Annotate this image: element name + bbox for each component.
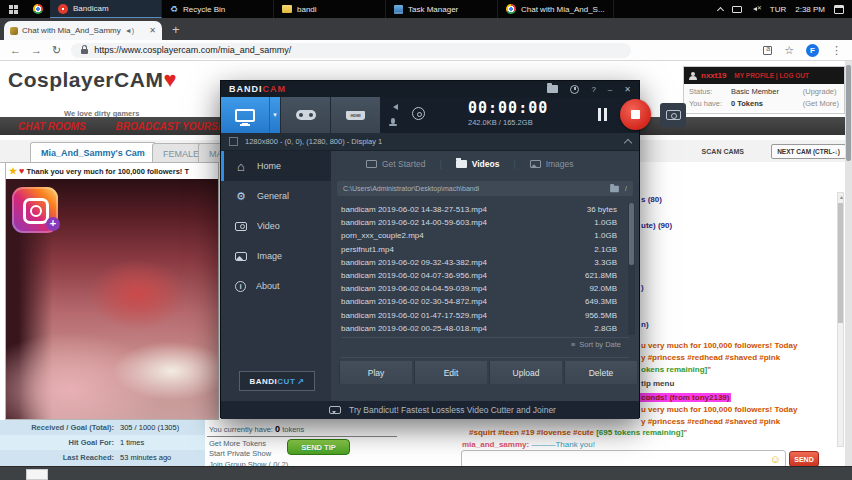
file-row[interactable]: bandicam 2019-06-02 09-32-43-382.mp43.3G… <box>331 256 627 269</box>
game-recording-mode-button[interactable] <box>280 97 330 133</box>
nav-item[interactable]: BROADCAST YOURSELF <box>116 121 237 132</box>
tray-expand-icon[interactable] <box>717 6 724 13</box>
bandicut-button[interactable]: BANDICUT↗ <box>239 371 315 391</box>
pause-button[interactable] <box>598 108 608 121</box>
tab-close-icon[interactable]: ✕ <box>149 26 156 35</box>
username[interactable]: nxxt19 <box>701 71 726 80</box>
file-row[interactable]: bandicam 2019-06-02 01-47-17-529.mp4956.… <box>331 309 627 322</box>
sidebar-item[interactable]: About <box>221 271 331 301</box>
page-scrollbar-thumb[interactable] <box>846 65 851 161</box>
mode-dropdown-button[interactable]: ▼ <box>269 97 280 133</box>
sidebar-item[interactable]: Home <box>221 151 331 181</box>
output-path-bar[interactable]: C:\Users\Administrator\Desktop\mach\band… <box>337 181 633 196</box>
file-row[interactable]: bandicam 2019-06-02 14-38-27-513.mp436 b… <box>331 203 627 216</box>
help-icon[interactable]: ? <box>591 85 595 94</box>
action-button[interactable]: Play <box>339 361 412 384</box>
cam-video[interactable]: + <box>6 179 218 419</box>
file-row[interactable]: bandicam 2019-06-02 00-25-48-018.mp42.8G… <box>331 322 627 335</box>
microphone-icon[interactable] <box>391 118 395 124</box>
sidebar-item[interactable]: General <box>221 181 331 211</box>
upgrade-link[interactable]: (Upgrade) <box>803 87 839 96</box>
taskbar-item[interactable]: Bandicam <box>50 0 162 18</box>
browser-tab[interactable]: Chat with Mia_And_Sammy ◄) ✕ <box>4 21 162 40</box>
translate-icon[interactable] <box>763 46 772 55</box>
collapse-chevron-icon[interactable] <box>624 139 632 147</box>
file-row[interactable]: persifnut1.mp42.1GB <box>331 243 627 256</box>
notification-center-icon[interactable] <box>834 5 844 14</box>
page-scrollbar[interactable] <box>845 61 852 466</box>
device-recording-mode-button[interactable]: HDMI <box>330 97 380 133</box>
secure-lock-icon[interactable] <box>81 49 88 54</box>
action-button[interactable]: Upload <box>489 361 562 384</box>
user-status-rows: Status: Basic Member (Upgrade) You have:… <box>684 84 844 111</box>
file-row[interactable]: bandicam 2019-06-02 04-07-36-956.mp4621.… <box>331 269 627 282</box>
capture-target-bar[interactable]: 1280x800 - (0, 0), (1280, 800) - Display… <box>221 133 639 151</box>
forward-button[interactable]: → <box>31 45 42 56</box>
tab-get-started[interactable]: Get Started <box>366 159 425 169</box>
back-button[interactable]: ← <box>10 45 21 56</box>
record-stop-button[interactable] <box>620 99 651 130</box>
volume-muted-icon[interactable] <box>751 5 761 13</box>
scan-cams-link[interactable]: SCAN CAMS <box>702 148 744 155</box>
action-button[interactable]: Edit <box>414 361 487 384</box>
file-row[interactable]: porn_xxx_couple2.mp41.0GB <box>331 229 627 242</box>
network-icon[interactable] <box>732 6 742 13</box>
taskbar-item[interactable]: bandi <box>274 0 386 18</box>
chat-scrollbar[interactable]: ▲ <box>837 192 844 447</box>
tray-language[interactable]: TUR <box>770 5 786 14</box>
chat-message: u very much for 100,000 followers! Today <box>641 405 797 414</box>
tip-menu-link[interactable]: tip menu <box>641 379 674 388</box>
bandicam-statusbar[interactable]: Try Bandicut! Fastest Lossless Video Cut… <box>221 401 639 419</box>
webcam-icon[interactable] <box>412 107 425 120</box>
target-checkbox[interactable] <box>229 137 238 146</box>
browse-folder-icon[interactable] <box>610 185 619 191</box>
screen-recording-mode-button[interactable] <box>221 97 269 133</box>
open-folder-icon[interactable] <box>547 85 558 93</box>
profile-avatar[interactable]: F <box>806 44 819 57</box>
instagram-follow-plus-icon[interactable]: + <box>46 217 60 231</box>
site-logo[interactable]: CosplayerCAM♥ <box>8 67 177 93</box>
get-more-link[interactable]: (Get More) <box>803 99 839 108</box>
browser-menu-icon[interactable]: ⋮ <box>831 45 842 56</box>
schedule-icon[interactable] <box>570 85 579 94</box>
chat-send-button[interactable]: SEND <box>789 451 819 467</box>
bookmark-star-icon[interactable]: ☆ <box>784 45 794 56</box>
address-bar[interactable]: https://www.cosplayercam.com/mia_and_sam… <box>71 43 631 58</box>
next-cam-button[interactable]: NEXT CAM (CTRL-↓) <box>771 144 846 159</box>
sidebar-item[interactable]: Video <box>221 211 331 241</box>
close-icon[interactable]: ✕ <box>624 85 631 94</box>
scroll-up-icon[interactable]: ▲ <box>839 194 844 200</box>
sidebar-item-label: Image <box>257 251 282 261</box>
taskbar-chrome-button[interactable] <box>26 0 50 18</box>
tray-clock[interactable]: 2:38 PM <box>795 5 825 14</box>
tab-images[interactable]: Images <box>530 159 574 169</box>
send-tip-button[interactable]: SEND TIP <box>287 439 350 455</box>
stat-label: Hit Goal For: <box>0 438 114 447</box>
taskbar-item[interactable]: Recycle Bin <box>162 0 274 18</box>
windows-logo-icon <box>9 5 18 14</box>
bandicam-titlebar[interactable]: BANDICAM ? – ✕ <box>221 81 639 97</box>
nav-item[interactable]: CHAT ROOMS <box>18 121 86 132</box>
tab-audio-icon[interactable]: ◄) <box>125 27 134 34</box>
sort-control[interactable]: ≡Sort by Date <box>571 340 621 349</box>
file-row[interactable]: bandicam 2019-06-02 02-30-54-872.mp4649.… <box>331 295 627 308</box>
file-row[interactable]: bandicam 2019-06-02 04-04-59-039.mp492.0… <box>331 282 627 295</box>
action-button[interactable]: Delete <box>564 361 637 384</box>
tab-cam[interactable]: Mia_And_Sammy's Cam <box>30 142 156 163</box>
file-row[interactable]: bandicam 2019-06-02 14-00-59-603.mp41.0G… <box>331 216 627 229</box>
emoji-icon[interactable]: ☺ <box>770 453 781 465</box>
file-list-scrollbar-thumb[interactable] <box>629 203 634 265</box>
profile-logout-links[interactable]: MY PROFILE | LOG OUT <box>734 72 809 79</box>
taskbar-item[interactable]: Task Manager <box>386 0 498 18</box>
taskbar-item[interactable]: Chat with Mia_And_S... <box>498 0 614 18</box>
new-tab-button[interactable]: + <box>172 22 180 37</box>
reload-button[interactable]: ↻ <box>52 45 61 56</box>
speaker-icon[interactable] <box>390 104 398 110</box>
sidebar-item[interactable]: Image <box>221 241 331 271</box>
chat-scrollbar-thumb[interactable] <box>838 203 843 323</box>
minimize-icon[interactable]: – <box>608 85 612 94</box>
tab-videos[interactable]: Videos <box>456 159 500 169</box>
file-list-scrollbar[interactable] <box>628 203 635 335</box>
screenshot-button[interactable] <box>660 103 686 127</box>
start-button[interactable] <box>0 0 26 18</box>
